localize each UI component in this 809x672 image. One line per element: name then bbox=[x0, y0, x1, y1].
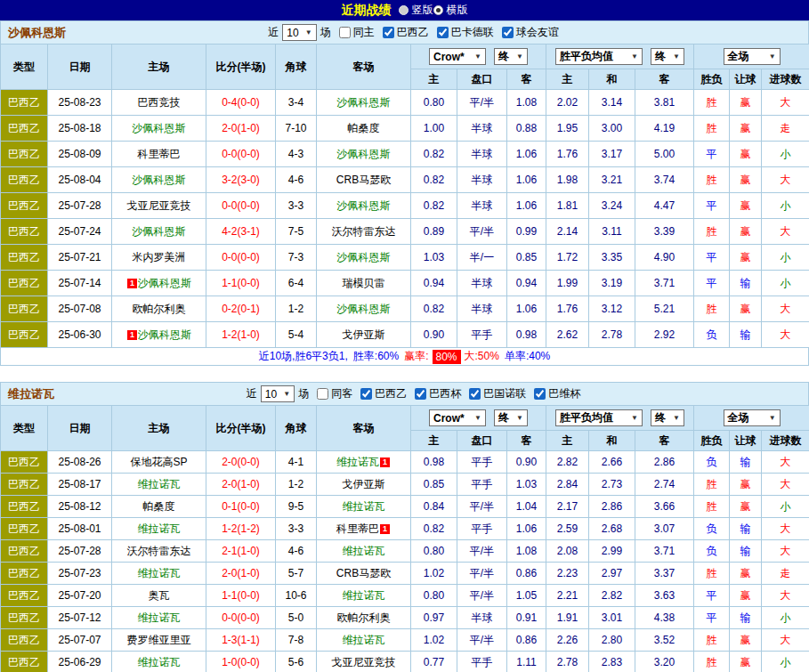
team-link[interactable]: 奥瓦 bbox=[149, 589, 170, 602]
europe-odds-select[interactable]: 胜平负均值 ▼ bbox=[555, 48, 643, 65]
team-link[interactable]: 维拉诺瓦 bbox=[138, 567, 181, 579]
league-filter[interactable]: 巴西杯 bbox=[415, 386, 461, 401]
team-link[interactable]: 科里蒂巴 bbox=[336, 522, 379, 535]
date-cell: 25-07-14 bbox=[48, 271, 112, 296]
euro-away-odds: 5.21 bbox=[635, 296, 694, 322]
team-link[interactable]: 维拉诺瓦 bbox=[343, 500, 385, 513]
col-type: 类型 bbox=[1, 406, 48, 451]
view-mode-radio[interactable]: 横版 bbox=[433, 3, 468, 18]
team-link[interactable]: 保地花高SP bbox=[130, 456, 187, 468]
filter-checkbox[interactable] bbox=[534, 388, 546, 400]
team-link[interactable]: 维拉诺瓦 bbox=[336, 456, 379, 468]
league-cell: 巴西乙 bbox=[1, 563, 48, 585]
league-filter[interactable]: 巴西乙 bbox=[360, 386, 407, 401]
filter-checkbox[interactable] bbox=[415, 388, 426, 400]
team-link[interactable]: 科里蒂巴 bbox=[138, 148, 181, 160]
league-filter[interactable]: 球会友谊 bbox=[502, 25, 559, 40]
away-team-cell: 戈伊亚斯 bbox=[317, 474, 411, 496]
match-count-select[interactable]: 10 ▼ bbox=[282, 24, 316, 41]
chevron-down-icon: ▼ bbox=[769, 53, 776, 61]
team-link[interactable]: 帕桑度 bbox=[143, 500, 175, 513]
team-link[interactable]: 维拉诺瓦 bbox=[343, 634, 385, 646]
team-link[interactable]: 维拉诺瓦 bbox=[138, 656, 181, 668]
team-link[interactable]: 戈亚尼亚竞技 bbox=[332, 656, 396, 668]
euro-home-odds: 2.78 bbox=[546, 652, 589, 672]
date-cell: 25-07-07 bbox=[48, 629, 112, 652]
home-team-cell: 1沙佩科恩斯 bbox=[112, 271, 206, 296]
league-filter[interactable]: 同主 bbox=[339, 25, 375, 40]
team-link[interactable]: 沙佩科恩斯 bbox=[138, 277, 191, 289]
team-link[interactable]: CRB马瑟欧 bbox=[336, 174, 391, 186]
filter-checkbox[interactable] bbox=[360, 388, 372, 400]
team-link[interactable]: 费罗维亚里亚 bbox=[127, 634, 191, 646]
filter-checkbox[interactable] bbox=[469, 388, 481, 400]
match-row: 巴西乙 25-08-18 沙佩科恩斯 2-0(1-0) 7-10 帕桑度 1.0… bbox=[1, 116, 809, 142]
league-filter[interactable]: 同客 bbox=[317, 386, 352, 401]
team-link[interactable]: 维拉诺瓦 bbox=[343, 545, 385, 557]
bookmaker-select[interactable]: Crow* ▼ bbox=[429, 409, 486, 426]
score-cell: 1-0(0-0) bbox=[206, 652, 276, 672]
asian-away-odds: 1.06 bbox=[507, 296, 546, 322]
team-link[interactable]: 沃尔特雷东达 bbox=[332, 225, 396, 238]
team-link[interactable]: 维拉诺瓦 bbox=[138, 478, 181, 490]
europe-odds-select[interactable]: 胜平负均值 ▼ bbox=[555, 409, 643, 426]
euro-draw-odds: 2.86 bbox=[589, 496, 635, 518]
filter-checkbox[interactable] bbox=[317, 388, 328, 400]
team-link[interactable]: 沙佩科恩斯 bbox=[337, 148, 391, 160]
asian-time-select[interactable]: 终 ▼ bbox=[494, 409, 528, 426]
team-link[interactable]: 维拉诺瓦 bbox=[138, 611, 181, 624]
league-filter[interactable]: 巴国诺联 bbox=[469, 386, 526, 401]
team-link[interactable]: 沙佩科恩斯 bbox=[133, 122, 186, 134]
league-filter[interactable]: 巴维杯 bbox=[534, 386, 580, 401]
filter-checkbox[interactable] bbox=[339, 27, 351, 38]
team-link[interactable]: 戈伊亚斯 bbox=[343, 328, 385, 341]
euro-away-odds: 2.74 bbox=[635, 474, 694, 496]
team-link[interactable]: 维拉诺瓦 bbox=[343, 589, 385, 602]
goals-result-cell: 大 bbox=[762, 518, 809, 540]
team-link[interactable]: 沙佩科恩斯 bbox=[337, 96, 391, 109]
filter-checkbox[interactable] bbox=[502, 27, 514, 38]
team-link[interactable]: 沙佩科恩斯 bbox=[133, 174, 186, 186]
team-link[interactable]: 欧帕尔利奥 bbox=[133, 303, 186, 315]
team-link[interactable]: CRB马瑟欧 bbox=[336, 567, 391, 579]
scope-select[interactable]: 全场 ▼ bbox=[724, 409, 781, 426]
team-link[interactable]: 沙佩科恩斯 bbox=[337, 199, 391, 212]
view-mode-radio[interactable]: 竖版 bbox=[399, 3, 433, 18]
team-link[interactable]: 戈亚尼亚竞技 bbox=[127, 199, 191, 212]
team-link[interactable]: 沙佩科恩斯 bbox=[138, 328, 191, 341]
league-filter[interactable]: 巴卡德联 bbox=[437, 25, 494, 40]
match-row: 巴西乙 25-07-23 维拉诺瓦 2-0(1-0) 5-7 CRB马瑟欧 1.… bbox=[1, 563, 809, 585]
europe-time-select[interactable]: 终 ▼ bbox=[651, 409, 684, 426]
handicap-result-cell: 赢 bbox=[730, 652, 762, 672]
handicap-cell: 半/一 bbox=[457, 245, 507, 271]
team-link[interactable]: 帕桑度 bbox=[348, 122, 380, 134]
team-link[interactable]: 欧帕尔利奥 bbox=[337, 611, 391, 624]
team-link[interactable]: 瑞模贝雷 bbox=[343, 277, 385, 289]
away-team-cell: 沙佩科恩斯 bbox=[317, 142, 411, 167]
goals-result-cell: 大 bbox=[762, 629, 809, 652]
team-link[interactable]: 沙佩科恩斯 bbox=[337, 303, 391, 315]
scope-select[interactable]: 全场 ▼ bbox=[724, 48, 781, 65]
bookmaker-select[interactable]: Crow* ▼ bbox=[429, 48, 486, 65]
team-link[interactable]: 维拉诺瓦 bbox=[138, 522, 181, 535]
filter-checkbox[interactable] bbox=[437, 27, 449, 38]
score-cell: 4-2(3-1) bbox=[206, 219, 276, 245]
team-link[interactable]: 沙佩科恩斯 bbox=[337, 251, 391, 263]
match-count-select[interactable]: 10 ▼ bbox=[261, 385, 295, 402]
match-rows: 巴西乙 25-08-23 巴西竞技 0-4(0-0) 3-4 沙佩科恩斯 0.8… bbox=[1, 90, 809, 348]
euro-away-odds: 3.74 bbox=[635, 167, 694, 193]
team-link[interactable]: 沙佩科恩斯 bbox=[133, 225, 186, 238]
team-link[interactable]: 戈伊亚斯 bbox=[343, 478, 385, 490]
filter-checkbox[interactable] bbox=[383, 27, 394, 38]
europe-odds-header: 胜平负均值 ▼ 终 ▼ bbox=[546, 406, 694, 431]
team-link[interactable]: 巴西竞技 bbox=[138, 96, 181, 109]
euro-away-odds: 5.00 bbox=[635, 142, 694, 167]
team-section: 维拉诺瓦 近 10 ▼ 场 同客 巴西乙 巴西杯 巴国诺联 巴维杯 bbox=[0, 382, 809, 672]
team-link[interactable]: 沃尔特雷东达 bbox=[127, 545, 191, 557]
col-home: 主场 bbox=[112, 45, 206, 90]
europe-time-select[interactable]: 终 ▼ bbox=[651, 48, 684, 65]
euro-draw-odds: 3.21 bbox=[589, 167, 635, 193]
league-filter[interactable]: 巴西乙 bbox=[383, 25, 429, 40]
team-link[interactable]: 米内罗美洲 bbox=[133, 251, 186, 263]
asian-time-select[interactable]: 终 ▼ bbox=[494, 48, 528, 65]
